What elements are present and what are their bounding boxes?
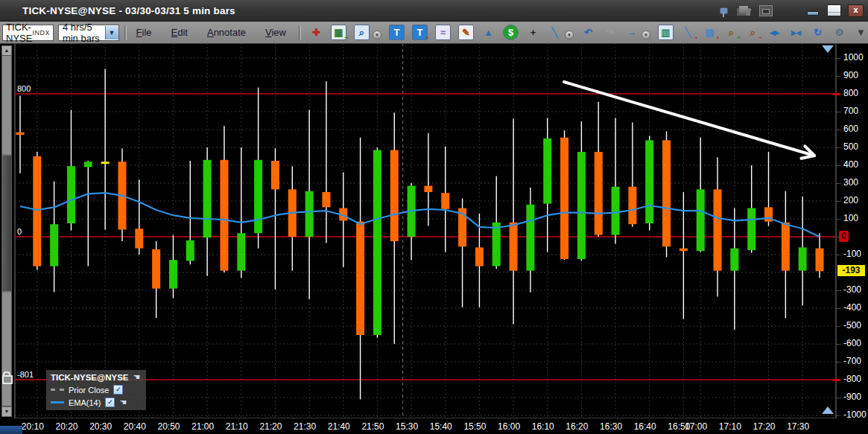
axis-label: 400 (843, 159, 858, 170)
axis-tick (837, 398, 840, 398)
title-bar[interactable]: TICK-NYSE@NYSE - 03/30-03/31 5 min bars … (0, 0, 868, 22)
minimize-button[interactable] (805, 4, 820, 17)
timeframe-select[interactable]: 4 hrs/5 min bars ▼ (58, 25, 119, 41)
zoom-in-icon[interactable]: ⌕+ (724, 25, 738, 39)
filter-dropdown-icon[interactable]: ▼ (854, 25, 868, 39)
text-remove-icon[interactable]: T− (412, 25, 428, 40)
redo-icon[interactable]: ↷ (603, 25, 617, 39)
time-label: 20:50 (152, 421, 185, 432)
toolbar-separator (299, 25, 301, 40)
axis-label: 200 (843, 195, 858, 205)
axis-label: -600 (843, 338, 861, 348)
text-note-icon[interactable]: T (389, 25, 405, 40)
price-axis[interactable]: 10009008007006005004003002001000-100-300… (837, 43, 868, 418)
axis-tick (837, 58, 840, 59)
timeframe-value: 4 hrs/5 min bars (59, 22, 105, 44)
dollar-study-icon[interactable]: $ (503, 25, 519, 40)
svg-text:-801: -801 (17, 370, 34, 379)
legend-item-label: Prior Close (69, 386, 109, 395)
window-icon[interactable] (759, 5, 773, 16)
scroll-down-button[interactable]: ▼ (1, 406, 12, 417)
edit-pencil-icon[interactable]: ✎ (458, 25, 474, 40)
zoom-tool-icon[interactable]: ⌕ (354, 25, 370, 40)
wrench-icon[interactable]: ⚙ (832, 25, 846, 39)
study-curve-icon[interactable]: ≈ (435, 25, 451, 40)
volume-icon[interactable]: ▲ (481, 25, 495, 39)
symbol-input[interactable]: TICK-NYSE INDX (2, 25, 54, 41)
pushpin-icon[interactable] (716, 4, 731, 17)
close-button[interactable]: x (848, 4, 864, 17)
menu-file[interactable]: File (136, 27, 152, 38)
time-label: 15:50 (458, 421, 491, 432)
chart-legend[interactable]: TICK-NYSE@NYSE ☚ Prior Close✓EMA(14)✓☚ (46, 370, 146, 410)
axis-label: -300 (843, 284, 861, 295)
time-label: 21:20 (254, 421, 287, 432)
time-axis: 20:1020:2020:3020:4020:5021:0021:1021:20… (0, 418, 868, 434)
candlestick-chart[interactable]: 8000-801 (0, 0, 868, 434)
axis-label: -500 (843, 320, 861, 331)
axis-tick (837, 76, 840, 77)
chevron-down-icon[interactable]: ▼ (105, 26, 118, 39)
time-label: 21:40 (323, 421, 355, 432)
trendline-icon[interactable]: ╲▪ (681, 25, 695, 39)
chevron-down-icon[interactable]: ▼ (565, 31, 574, 39)
maximize-button[interactable] (827, 4, 841, 16)
vertical-scrollbar[interactable]: ▲ ▼ (0, 43, 13, 424)
menu-annotate[interactable]: Annotate (207, 27, 246, 38)
refresh-icon[interactable]: ↻ (811, 25, 825, 39)
chart-settings-icon[interactable]: ▥ (658, 25, 674, 40)
dashed-line-swatch (51, 389, 64, 391)
axis-label: 100 (843, 213, 858, 223)
time-label: 21:10 (221, 421, 253, 432)
forward-icon[interactable]: → (624, 25, 639, 39)
time-label: 21:00 (186, 421, 219, 432)
window-title: TICK-NYSE@NYSE - 03/30-03/31 5 min bars (22, 5, 235, 16)
scrollbar-track[interactable] (1, 55, 12, 406)
axis-tick (837, 308, 840, 309)
axis-label: 1000 (843, 52, 864, 63)
chevron-down-icon[interactable]: ▼ (642, 31, 650, 39)
hand-cursor-icon[interactable]: ☚ (133, 372, 141, 382)
time-label: 16:10 (527, 421, 560, 432)
svg-text:0: 0 (17, 227, 22, 236)
time-label: 16:20 (560, 421, 593, 432)
crosshair-target-icon[interactable]: ✚ (309, 25, 323, 39)
time-label: 16:40 (629, 421, 662, 432)
axis-label: 700 (843, 106, 858, 116)
legend-symbol-title: TICK-NYSE@NYSE (51, 373, 129, 382)
axis-label: 300 (843, 177, 858, 188)
time-label: 17:30 (782, 421, 814, 432)
draw-line-icon[interactable]: ╲ (548, 25, 562, 39)
axis-tick (837, 290, 840, 291)
time-label: 21:50 (356, 421, 389, 432)
axis-tick (837, 344, 840, 345)
compress-bars-icon[interactable]: ▸◂ (789, 25, 803, 39)
scroll-marker-up-icon[interactable] (822, 45, 834, 53)
multi-trendline-icon[interactable]: ▨▪ (703, 25, 717, 39)
scroll-marker-down-icon[interactable] (822, 406, 834, 414)
hand-cursor-icon[interactable]: ☚ (119, 398, 127, 407)
axis-tick (837, 147, 840, 148)
legend-checkbox[interactable]: ✓ (113, 385, 123, 395)
axis-label: 900 (843, 70, 858, 80)
expand-bars-icon[interactable]: ◂▸ (767, 25, 782, 39)
time-label: 17:20 (748, 421, 781, 432)
new-chart-icon[interactable]: ▦+ (331, 25, 346, 40)
scrollbar-thumb[interactable] (2, 154, 11, 293)
zoom-out-icon[interactable]: ⌕− (746, 25, 760, 39)
toolbar: TICK-NYSE INDX 4 hrs/5 min bars ▼ FileEd… (0, 22, 868, 44)
last-price-badge: -193 (837, 265, 865, 276)
menu-edit[interactable]: Edit (171, 27, 188, 38)
chevron-down-icon[interactable]: ▼ (373, 31, 381, 39)
crosshair-plus-icon[interactable]: + (526, 25, 540, 39)
axis-tick (837, 183, 840, 184)
layers-icon[interactable]: ▼ (738, 4, 753, 17)
menu-view[interactable]: View (265, 27, 286, 38)
scroll-up-button[interactable]: ▲ (1, 45, 12, 56)
undo-icon[interactable]: ↶ (581, 25, 595, 39)
time-label: 17:10 (714, 421, 747, 432)
unlock-icon[interactable] (2, 375, 13, 384)
toolbar-icon-row: ✚▦+⌕▼TT−≈✎▲$+╲▼↶↷→▼▥╲▪▨▪⌕+⌕−◂▸▸◂↻⚙▼ (309, 25, 868, 40)
axis-label: -400 (843, 302, 861, 313)
legend-checkbox[interactable]: ✓ (105, 398, 115, 407)
